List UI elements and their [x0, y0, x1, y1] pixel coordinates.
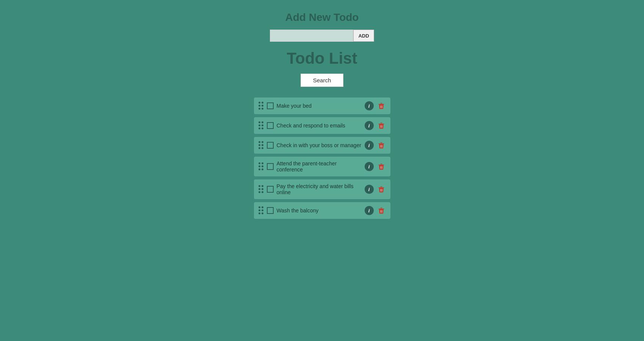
delete-icon[interactable]	[377, 206, 386, 215]
svg-rect-13	[380, 164, 382, 165]
todo-checkbox[interactable]	[267, 122, 274, 129]
info-icon[interactable]: i	[365, 206, 374, 215]
svg-rect-4	[378, 124, 384, 124]
todo-item: Check and respond to emailsi	[254, 117, 390, 134]
search-button[interactable]: Search	[301, 74, 344, 87]
svg-rect-0	[378, 104, 384, 105]
svg-rect-5	[380, 123, 382, 124]
todo-text: Wash the balcony	[277, 207, 362, 214]
todo-item: Attend the parent-teacher conferencei	[254, 157, 390, 176]
delete-icon[interactable]	[377, 121, 386, 130]
todo-checkbox[interactable]	[267, 207, 274, 214]
todo-checkbox[interactable]	[267, 142, 274, 149]
svg-rect-21	[380, 208, 382, 209]
todo-item: Pay the electricity and water bills onli…	[254, 179, 390, 199]
svg-rect-17	[380, 187, 382, 187]
delete-icon[interactable]	[377, 101, 386, 110]
delete-icon[interactable]	[377, 162, 386, 171]
svg-rect-8	[378, 143, 384, 144]
add-button[interactable]: ADD	[353, 30, 374, 42]
drag-handle-icon[interactable]	[259, 141, 264, 149]
svg-rect-20	[378, 209, 384, 209]
todo-item: Make your bedi	[254, 97, 390, 114]
delete-icon[interactable]	[377, 185, 386, 194]
add-todo-section: ADD	[270, 30, 374, 42]
info-icon[interactable]: i	[365, 162, 374, 171]
drag-handle-icon[interactable]	[259, 185, 264, 193]
info-icon[interactable]: i	[365, 185, 374, 194]
todo-text: Check in with your boss or manager	[277, 142, 362, 148]
svg-rect-1	[380, 103, 382, 104]
drag-handle-icon[interactable]	[259, 162, 264, 171]
todo-checkbox[interactable]	[267, 163, 274, 170]
todo-item: Wash the balconyi	[254, 202, 390, 219]
svg-rect-16	[378, 187, 384, 188]
svg-rect-9	[380, 143, 382, 143]
info-icon[interactable]: i	[365, 101, 374, 110]
list-title: Todo List	[287, 49, 357, 68]
info-icon[interactable]: i	[365, 121, 374, 130]
drag-handle-icon[interactable]	[259, 102, 264, 110]
info-icon[interactable]: i	[365, 141, 374, 150]
todo-checkbox[interactable]	[267, 186, 274, 193]
delete-icon[interactable]	[377, 141, 386, 150]
add-todo-input[interactable]	[270, 30, 353, 42]
todo-list: Make your bedi Check and respond to emai…	[254, 97, 390, 219]
svg-rect-12	[378, 165, 384, 165]
drag-handle-icon[interactable]	[259, 121, 264, 130]
todo-text: Make your bed	[277, 103, 362, 109]
todo-item: Check in with your boss or manageri	[254, 137, 390, 154]
todo-text: Pay the electricity and water bills onli…	[277, 183, 362, 195]
page-title: Add New Todo	[285, 11, 359, 24]
todo-text: Check and respond to emails	[277, 123, 362, 129]
drag-handle-icon[interactable]	[259, 206, 264, 215]
todo-text: Attend the parent-teacher conference	[277, 160, 362, 173]
todo-checkbox[interactable]	[267, 102, 274, 109]
